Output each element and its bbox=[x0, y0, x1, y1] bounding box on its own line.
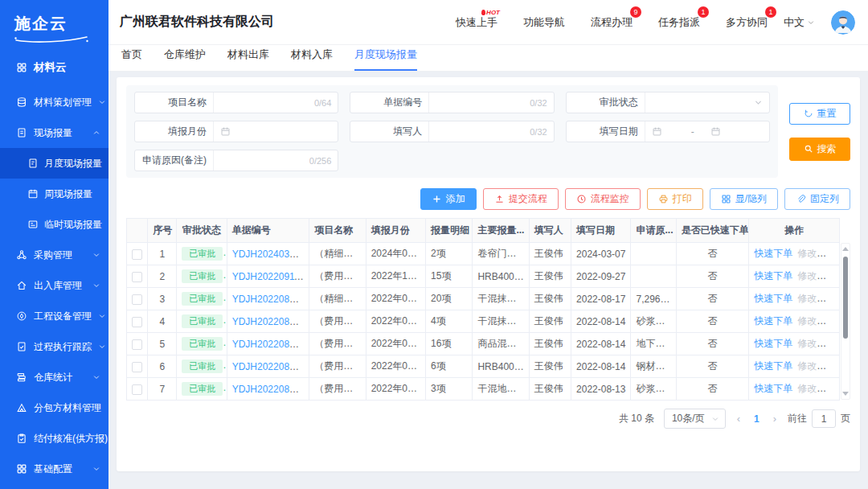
topnav-item-流程办理[interactable]: 流程办理9 bbox=[591, 15, 633, 30]
chevron-down-icon bbox=[92, 281, 100, 290]
doc-number-link[interactable]: YDJH2022081080 bbox=[232, 339, 309, 350]
fast-order-link[interactable]: 快速下单 bbox=[754, 360, 792, 372]
next-page-button[interactable]: › bbox=[772, 413, 778, 425]
doc-number-link[interactable]: YDJH2022091137 bbox=[232, 271, 309, 282]
sidebar-subitem-月度现场报量[interactable]: 月度现场报量 bbox=[0, 148, 108, 179]
cell-doc_no: YDJH2022081081 bbox=[227, 310, 309, 333]
sidebar-item-材料策划管理[interactable]: 材料策划管理 bbox=[0, 87, 108, 117]
row-checkbox[interactable] bbox=[132, 294, 142, 305]
chevron-down-icon bbox=[98, 98, 106, 106]
edit-link[interactable]: 修改 bbox=[797, 383, 817, 394]
fast-order-link[interactable]: 快速下单 bbox=[754, 338, 792, 349]
row-checkbox[interactable] bbox=[132, 339, 142, 350]
calendar-icon bbox=[27, 188, 39, 199]
row-checkbox[interactable] bbox=[132, 317, 142, 327]
prev-page-button[interactable]: ‹ bbox=[735, 413, 742, 425]
row-checkbox[interactable] bbox=[132, 272, 142, 282]
edit-link[interactable]: 修改 bbox=[797, 270, 817, 281]
top-nav: 快速上手HOT功能导航流程办理9任务指派1多方协同1 bbox=[456, 15, 768, 30]
sidebar-item-采购管理[interactable]: 采购管理 bbox=[0, 240, 108, 270]
search-button[interactable]: 搜索 bbox=[789, 138, 850, 161]
user-avatar[interactable] bbox=[831, 10, 855, 35]
tab-月度现场报量[interactable]: 月度现场报量 bbox=[354, 47, 417, 71]
table-row: 1已审批YDJH2024031543（精细成...2024年03月2项卷帘门（.… bbox=[127, 243, 840, 265]
filter-input[interactable] bbox=[645, 92, 769, 113]
doc-number-link[interactable]: YDJH2022081078 bbox=[232, 384, 309, 395]
tab-仓库维护[interactable]: 仓库维护 bbox=[164, 47, 206, 71]
vertical-scrollbar[interactable] bbox=[841, 243, 850, 400]
toolbar-button-流程监控[interactable]: 流程监控 bbox=[565, 188, 641, 210]
row-checkbox[interactable] bbox=[132, 384, 142, 395]
cell-date: 2022-09-27 bbox=[571, 265, 631, 288]
edit-link[interactable]: 修改 bbox=[797, 315, 817, 327]
chevron-down-icon bbox=[108, 404, 108, 412]
sidebar-subitem-周现场报量[interactable]: 周现场报量 bbox=[0, 179, 108, 209]
toolbar-button-显/隐列[interactable]: 显/隐列 bbox=[710, 188, 778, 210]
topnav-item-任务指派[interactable]: 任务指派1 bbox=[658, 15, 700, 30]
page-size-select[interactable]: 10条/页 bbox=[664, 409, 726, 429]
fast-order-link[interactable]: 快速下单 bbox=[754, 383, 792, 394]
sidebar-subitem-临时现场报量[interactable]: 临时现场报量 bbox=[0, 209, 108, 240]
filter-label: 申请原因(备注) bbox=[135, 150, 214, 171]
cell-status: 已审批 bbox=[177, 310, 227, 333]
filter-input[interactable]: - bbox=[645, 121, 769, 142]
scroll-up-icon[interactable] bbox=[842, 247, 849, 251]
filter-input[interactable]: 0/256 bbox=[214, 150, 338, 171]
doc-number-link[interactable]: YDJH2024031543 bbox=[232, 249, 309, 260]
column-header-申请原...: 申请原... bbox=[631, 219, 676, 243]
edit-link[interactable]: 修改 bbox=[797, 293, 817, 304]
doc-number-link[interactable]: YDJH2022081079 bbox=[232, 361, 309, 372]
sidebar-item-过程执行跟踪[interactable]: 过程执行跟踪 bbox=[0, 331, 108, 362]
fast-order-link[interactable]: 快速下单 bbox=[754, 248, 792, 259]
edit-link[interactable]: 修改 bbox=[797, 248, 817, 259]
reset-button-label: 重置 bbox=[817, 107, 837, 121]
fast-order-link[interactable]: 快速下单 bbox=[754, 293, 792, 304]
tab-材料入库[interactable]: 材料入库 bbox=[291, 47, 333, 71]
filter-field-审批状态: 审批状态 bbox=[566, 92, 770, 113]
filter-input[interactable]: 0/32 bbox=[429, 121, 553, 142]
filter-input[interactable]: 0/64 bbox=[214, 92, 338, 113]
row-checkbox[interactable] bbox=[132, 362, 142, 372]
database-icon bbox=[16, 97, 27, 108]
cell-_ops: 快速下单修改删除 bbox=[749, 243, 840, 265]
toolbar-button-打印[interactable]: 打印 bbox=[647, 188, 703, 210]
doc-number-link[interactable]: YDJH2022081081 bbox=[232, 316, 309, 327]
cell-doc_no: YDJH2022091137 bbox=[227, 265, 309, 288]
sidebar-item-出入库管理[interactable]: 出入库管理 bbox=[0, 270, 108, 301]
sidebar-item-分包方材料管理[interactable]: 分包方材料管理 bbox=[0, 392, 108, 423]
topnav-item-多方协同[interactable]: 多方协同1 bbox=[726, 15, 768, 30]
filter-input[interactable]: 0/32 bbox=[429, 92, 553, 113]
sidebar-item-基础配置[interactable]: 基础配置 bbox=[0, 454, 108, 484]
fast-order-link[interactable]: 快速下单 bbox=[754, 270, 792, 281]
scrollbar-thumb[interactable] bbox=[843, 257, 848, 339]
topnav-item-快速上手[interactable]: 快速上手HOT bbox=[456, 15, 497, 30]
filter-label: 单据编号 bbox=[350, 92, 429, 113]
row-checkbox[interactable] bbox=[132, 249, 142, 260]
toolbar-button-提交流程[interactable]: 提交流程 bbox=[483, 188, 559, 210]
cell-date: 2022-08-14 bbox=[571, 355, 631, 378]
tab-首页[interactable]: 首页 bbox=[121, 47, 142, 71]
topnav-item-功能导航[interactable]: 功能导航 bbox=[523, 15, 565, 30]
language-selector[interactable]: 中文 bbox=[784, 15, 815, 30]
scroll-down-icon[interactable] bbox=[842, 392, 849, 396]
goto-page-input[interactable] bbox=[812, 409, 836, 428]
sidebar-item-结付核准(供方报)[interactable]: 结付核准(供方报) bbox=[0, 423, 108, 454]
toolbar-button-添加[interactable]: 添加 bbox=[420, 188, 477, 210]
doc-icon bbox=[27, 158, 39, 169]
toolbar-button-label: 添加 bbox=[446, 192, 465, 206]
doc-number-link[interactable]: YDJH2022081083 bbox=[232, 294, 309, 305]
tab-材料出库[interactable]: 材料出库 bbox=[227, 47, 269, 71]
current-page[interactable]: 1 bbox=[751, 413, 762, 425]
hot-badge: HOT bbox=[479, 7, 502, 18]
filter-input[interactable] bbox=[214, 121, 338, 142]
sidebar-item-仓库统计[interactable]: 仓库统计 bbox=[0, 362, 108, 392]
toolbar-button-固定列[interactable]: 固定列 bbox=[784, 188, 850, 210]
cell-detail: 3项 bbox=[426, 378, 473, 401]
sidebar-item-现场报量[interactable]: 现场报量 bbox=[0, 117, 108, 148]
edit-link[interactable]: 修改 bbox=[797, 360, 817, 372]
reset-button[interactable]: 重置 bbox=[789, 103, 850, 125]
sidebar-item-工程设备管理[interactable]: 工程设备管理 bbox=[0, 301, 108, 331]
fast-order-link[interactable]: 快速下单 bbox=[754, 315, 792, 327]
edit-link[interactable]: 修改 bbox=[797, 338, 817, 349]
sidebar-section-material-cloud[interactable]: 材料云 bbox=[0, 47, 108, 87]
